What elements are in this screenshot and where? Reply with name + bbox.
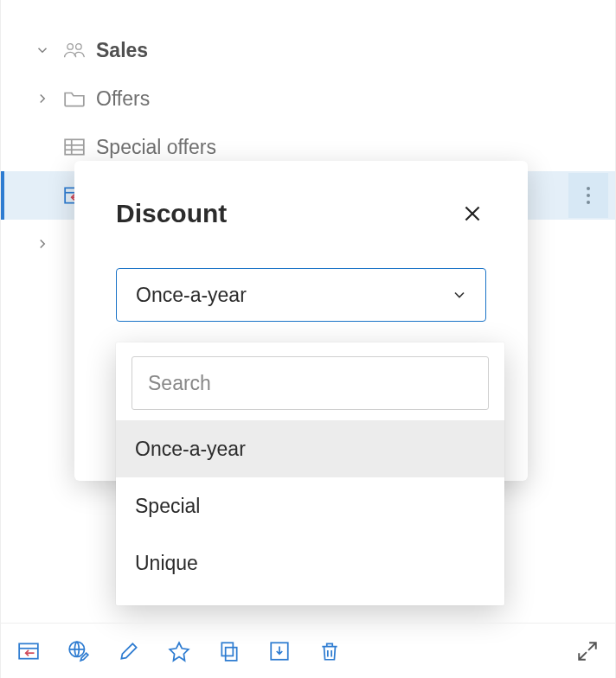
dropdown-option[interactable]: Special <box>116 477 504 534</box>
folder-icon <box>63 87 86 110</box>
expand-icon[interactable] <box>575 639 600 663</box>
tree-item-label: Sales <box>96 39 148 62</box>
discount-select[interactable]: Once-a-year <box>116 268 486 322</box>
dropdown-option[interactable]: Unique <box>116 534 504 592</box>
download-icon[interactable] <box>267 639 292 663</box>
chevron-right-icon[interactable] <box>32 91 53 106</box>
svg-point-1 <box>76 44 82 50</box>
svg-rect-15 <box>221 643 233 656</box>
people-icon <box>63 39 86 61</box>
trash-icon[interactable] <box>318 639 342 663</box>
table-icon <box>63 136 86 158</box>
tree-item-label: Special offers <box>96 136 216 159</box>
page-in-icon[interactable] <box>16 639 41 663</box>
dropdown-search-input[interactable] <box>132 356 489 410</box>
chevron-down-icon[interactable] <box>32 42 53 58</box>
dropdown-option[interactable]: Once-a-year <box>116 420 504 477</box>
svg-point-0 <box>67 44 74 50</box>
dialog-title: Discount <box>116 199 459 228</box>
chevron-down-icon <box>451 286 468 304</box>
svg-rect-2 <box>65 139 84 154</box>
svg-rect-14 <box>226 647 237 660</box>
select-value: Once-a-year <box>136 284 247 307</box>
bottom-toolbar <box>1 623 615 678</box>
tree-item-offers[interactable]: Offers <box>1 74 615 123</box>
chevron-right-icon[interactable] <box>32 236 53 252</box>
svg-marker-13 <box>170 643 189 661</box>
globe-edit-icon[interactable] <box>67 639 91 663</box>
tree-item-label: Offers <box>96 87 150 111</box>
copy-icon[interactable] <box>217 639 241 663</box>
tree-item-sales[interactable]: Sales <box>1 26 615 74</box>
star-icon[interactable] <box>167 639 191 663</box>
pencil-icon[interactable] <box>117 639 141 663</box>
more-actions-button[interactable] <box>568 173 608 218</box>
close-button[interactable] <box>459 200 486 227</box>
discount-select-dropdown: Once-a-year Special Unique <box>116 342 504 605</box>
